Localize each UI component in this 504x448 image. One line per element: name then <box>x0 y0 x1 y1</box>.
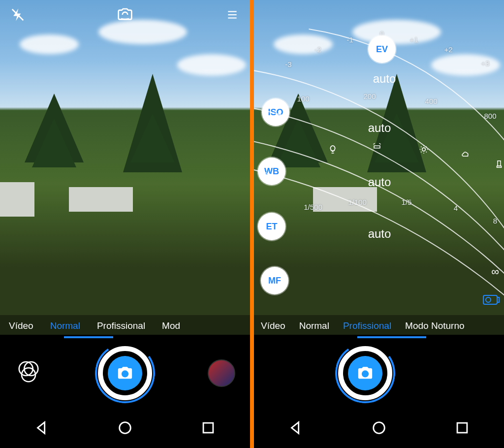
shutter-button[interactable] <box>98 346 152 400</box>
ev-tick: -3 <box>285 60 291 68</box>
mode-profissional[interactable]: Profissional <box>343 320 391 331</box>
ev-tick: +2 <box>444 45 452 54</box>
iso-tick: 200 <box>363 92 376 100</box>
svg-point-19 <box>374 422 385 434</box>
svg-point-18 <box>363 372 368 376</box>
svg-line-10 <box>374 143 375 144</box>
mode-normal[interactable]: Normal <box>299 320 329 331</box>
iso-tick: 400 <box>425 97 437 105</box>
pro-controls-overlay: -3 -2 -1 0 +1 +2 +3 EV auto 100 200 400 … <box>254 0 504 335</box>
gallery-thumbnail[interactable] <box>208 359 235 387</box>
mode-video[interactable]: Vídeo <box>9 320 33 331</box>
mode-noturno[interactable]: Modo Noturno <box>405 320 464 331</box>
nav-recents-icon[interactable] <box>200 419 217 436</box>
nav-home-icon[interactable] <box>371 419 387 436</box>
svg-line-11 <box>379 143 381 144</box>
wb-shade-icon[interactable] <box>495 159 504 172</box>
mode-profissional[interactable]: Profissional <box>97 320 145 331</box>
svg-rect-13 <box>498 161 501 166</box>
mode-video[interactable]: Vídeo <box>261 320 285 331</box>
building <box>0 182 34 217</box>
mode-underline <box>0 336 250 338</box>
svg-rect-9 <box>374 146 380 148</box>
iso-tick: 100 <box>297 95 309 103</box>
nav-recents-icon[interactable] <box>454 419 471 436</box>
svg-rect-14 <box>497 166 502 167</box>
switch-camera-icon[interactable] <box>116 6 134 24</box>
camera-icon <box>108 356 142 390</box>
cloud <box>20 34 79 54</box>
menu-icon[interactable] <box>223 6 241 24</box>
ev-value: auto <box>373 72 396 86</box>
bottom-controls <box>254 339 504 408</box>
mode-more[interactable]: Mod <box>162 320 180 331</box>
mode-selector[interactable]: Vídeo Normal Profissional Modo Noturno <box>254 315 504 337</box>
building <box>69 187 133 212</box>
mode-normal[interactable]: Normal <box>50 320 80 331</box>
screenshot-professional-mode: -3 -2 -1 0 +1 +2 +3 EV auto 100 200 400 … <box>254 0 504 448</box>
svg-point-7 <box>120 422 131 434</box>
shutter-button[interactable] <box>338 346 392 400</box>
et-tick: 8 <box>493 217 497 225</box>
nav-back-icon[interactable] <box>33 419 50 436</box>
iso-tick: 800 <box>484 112 496 120</box>
camera-icon <box>348 356 382 390</box>
nav-back-icon[interactable] <box>287 419 304 436</box>
split-divider <box>250 0 254 448</box>
mode-underline <box>254 336 504 338</box>
svg-rect-20 <box>457 423 467 433</box>
nav-home-icon[interactable] <box>117 419 133 436</box>
svg-point-6 <box>123 372 127 376</box>
svg-rect-8 <box>203 423 213 433</box>
svg-point-17 <box>486 297 491 302</box>
ev-tick: +3 <box>481 59 489 67</box>
bottom-controls <box>0 339 250 408</box>
screenshot-normal-mode: Vídeo Normal Profissional Mod <box>0 0 250 448</box>
svg-point-12 <box>422 148 426 151</box>
mf-infinity-icon: ∞ <box>491 265 499 278</box>
ev-dial[interactable]: EV <box>368 35 396 63</box>
ev-tick: -2 <box>315 45 321 54</box>
viewfinder[interactable]: -3 -2 -1 0 +1 +2 +3 EV auto 100 200 400 … <box>254 0 504 335</box>
mf-dial[interactable]: MF <box>261 267 288 294</box>
wb-incandescent-icon[interactable] <box>328 145 338 156</box>
ev-tick: +1 <box>410 35 418 44</box>
mode-selector[interactable]: Vídeo Normal Profissional Mod <box>0 315 250 337</box>
wb-cloudy-icon[interactable] <box>460 150 472 160</box>
pro-reset-icon[interactable] <box>482 292 500 305</box>
iso-value: auto <box>368 121 391 135</box>
flash-off-icon[interactable] <box>9 6 27 24</box>
et-tick: 4 <box>454 204 458 212</box>
android-navbar <box>254 408 504 448</box>
viewfinder[interactable] <box>0 0 250 335</box>
top-toolbar <box>0 4 250 26</box>
svg-rect-16 <box>497 297 499 302</box>
wb-daylight-icon[interactable] <box>419 145 429 156</box>
et-tick: 1/5 <box>402 198 412 206</box>
cloud <box>177 54 246 76</box>
wb-fluorescent-icon[interactable] <box>372 143 382 153</box>
filters-button[interactable] <box>15 358 42 388</box>
ev-tick: -1 <box>346 35 353 44</box>
android-navbar <box>0 408 250 448</box>
